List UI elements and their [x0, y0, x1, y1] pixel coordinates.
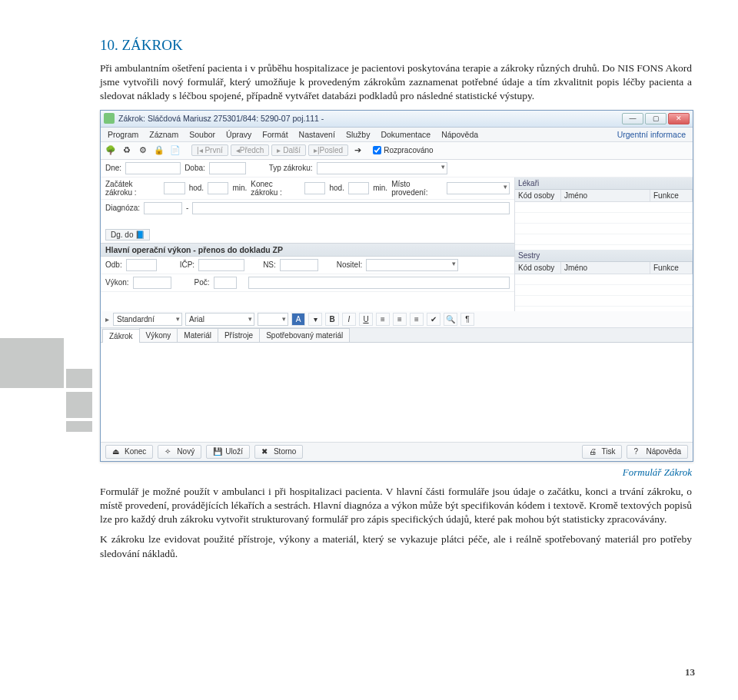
- titlebar: Zákrok: Sláčdová Mariusz 275301/844: 529…: [101, 111, 693, 128]
- odb-field[interactable]: [126, 259, 157, 271]
- rozpracovano-checkbox[interactable]: [373, 146, 381, 154]
- nav-next-button[interactable]: ▸ Další: [271, 144, 306, 156]
- menu-format[interactable]: Formát: [260, 129, 290, 140]
- toolbar: 🌳 ♻ ⚙ 🔒 📄 |◂ První ◂Předch ▸ Další ▸|Pos…: [101, 142, 693, 160]
- arrow-icon[interactable]: ➔: [351, 144, 364, 158]
- exit-icon: ⏏: [112, 447, 121, 456]
- novy-button[interactable]: ✧Nový: [158, 445, 201, 459]
- misto-dropdown[interactable]: [447, 182, 510, 194]
- pilcrow-icon[interactable]: ¶: [460, 313, 474, 326]
- cancel-icon: ✖: [261, 447, 271, 456]
- col-kod: Kód osoby: [515, 190, 561, 201]
- nav-prev-button[interactable]: ◂Předch: [231, 144, 270, 156]
- typ-dropdown[interactable]: [317, 162, 447, 174]
- square: [66, 392, 92, 418]
- grid-sestry-header: Sestry: [515, 250, 693, 262]
- dash: -: [186, 204, 188, 212]
- storno-button[interactable]: ✖Storno: [254, 445, 303, 459]
- min-label: min.: [232, 184, 247, 192]
- menu-soubor[interactable]: Soubor: [187, 129, 218, 140]
- align-left-icon[interactable]: ≡: [376, 313, 390, 326]
- menu-napoveda[interactable]: Nápověda: [439, 129, 480, 140]
- grid-sestry-body[interactable]: [515, 274, 693, 311]
- doba-field[interactable]: [209, 162, 246, 174]
- tab-spotrebovany[interactable]: Spotřebovaný materiál: [259, 328, 350, 342]
- grid-lekari-body[interactable]: [515, 202, 693, 250]
- row-time: Začátek zákroku : hod. min. Konec zákrok…: [101, 177, 514, 200]
- vykon-text-field[interactable]: [248, 277, 510, 289]
- find-icon[interactable]: 🔍: [444, 313, 457, 326]
- icp-field[interactable]: [198, 259, 244, 271]
- grid-lekari-header: Lékaři: [515, 177, 693, 190]
- font-dropdown[interactable]: Arial: [185, 313, 254, 326]
- page-number: 13: [685, 666, 695, 678]
- odb-label: Odb:: [105, 260, 122, 269]
- dne-label: Dne:: [105, 164, 121, 172]
- zacatek-label: Začátek zákroku :: [105, 180, 160, 197]
- align-center-icon[interactable]: ≡: [393, 313, 407, 326]
- nositel-label: Nositel:: [337, 260, 362, 269]
- col-kod: Kód osoby: [515, 262, 561, 274]
- spellcheck-icon[interactable]: ✔: [427, 313, 440, 326]
- kon-hod-field[interactable]: [304, 182, 325, 194]
- row-date: Dne: Doba: Typ zákroku:: [101, 160, 693, 177]
- nav-last-button[interactable]: ▸|Posled: [308, 144, 348, 156]
- menu-upravy[interactable]: Úpravy: [224, 129, 254, 140]
- nositel-dropdown[interactable]: [366, 259, 458, 271]
- col-funkce: Funkce: [650, 262, 693, 274]
- dne-field[interactable]: [125, 162, 181, 174]
- col-jmeno: Jméno: [561, 262, 650, 274]
- ns-field[interactable]: [280, 259, 318, 271]
- vykon-field[interactable]: [133, 277, 171, 289]
- tisk-button[interactable]: 🖨Tisk: [582, 445, 622, 459]
- vykon-label: Výkon:: [105, 278, 129, 287]
- misto-label: Místo provedení:: [391, 180, 443, 197]
- italic-icon[interactable]: I: [342, 313, 356, 326]
- menubar: Program Záznam Soubor Úpravy Formát Nast…: [101, 128, 693, 142]
- zac-hod-field[interactable]: [164, 182, 184, 194]
- color-icon[interactable]: A: [291, 313, 305, 326]
- refresh-icon[interactable]: ♻: [120, 144, 134, 158]
- book-icon: 📘: [135, 231, 145, 239]
- app-icon: [104, 113, 115, 124]
- dg-do-button[interactable]: Dg. do 📘: [105, 229, 150, 241]
- lock-icon[interactable]: 🔒: [152, 144, 166, 158]
- size-dropdown[interactable]: [258, 313, 288, 326]
- ulozi-button[interactable]: 💾Uloží: [206, 445, 250, 459]
- napoveda-button[interactable]: ?Nápověda: [627, 445, 688, 459]
- doc-icon[interactable]: 📄: [168, 144, 182, 158]
- minimize-button[interactable]: —: [622, 113, 643, 124]
- zac-min-field[interactable]: [208, 182, 228, 194]
- tab-zakrok[interactable]: Zákrok: [102, 329, 140, 343]
- diag-label: Diagnóza:: [105, 204, 140, 212]
- style-dropdown[interactable]: Standardní: [113, 313, 182, 326]
- tree-icon[interactable]: 🌳: [104, 144, 118, 158]
- diag-text-field[interactable]: [192, 202, 510, 214]
- config-icon[interactable]: ⚙: [136, 144, 150, 158]
- dropdown-icon[interactable]: ▾: [308, 313, 322, 326]
- bold-icon[interactable]: B: [325, 313, 339, 326]
- col-funkce: Funkce: [650, 190, 693, 201]
- menu-program[interactable]: Program: [105, 129, 141, 140]
- diag-code-field[interactable]: [144, 202, 182, 214]
- tab-material[interactable]: Materiál: [177, 328, 218, 342]
- tab-pristroje[interactable]: Přístroje: [218, 328, 260, 342]
- align-right-icon[interactable]: ≡: [410, 313, 424, 326]
- tab-content[interactable]: [101, 343, 693, 443]
- nav-first-button[interactable]: |◂ První: [191, 144, 228, 156]
- menu-zaznam[interactable]: Záznam: [147, 129, 181, 140]
- poc-field[interactable]: [214, 277, 237, 289]
- maximize-button[interactable]: ▢: [645, 113, 667, 124]
- underline-icon[interactable]: U: [359, 313, 373, 326]
- konec-button[interactable]: ⏏Konec: [105, 445, 153, 459]
- tab-vykony[interactable]: Výkony: [139, 328, 178, 342]
- grid-sestry-columns: Kód osoby Jméno Funkce: [515, 262, 693, 274]
- menu-dokumentace[interactable]: Dokumentace: [378, 129, 433, 140]
- menu-nastaveni[interactable]: Nastavení: [297, 129, 337, 140]
- menu-urgent-info[interactable]: Urgentní informace: [615, 129, 688, 140]
- close-button[interactable]: ✕: [668, 113, 690, 124]
- paragraph-2: Formulář je možné použít v ambulanci i p…: [100, 485, 692, 527]
- typ-label: Typ zákroku:: [269, 164, 313, 172]
- kon-min-field[interactable]: [348, 182, 369, 194]
- menu-sluzby[interactable]: Služby: [344, 129, 373, 140]
